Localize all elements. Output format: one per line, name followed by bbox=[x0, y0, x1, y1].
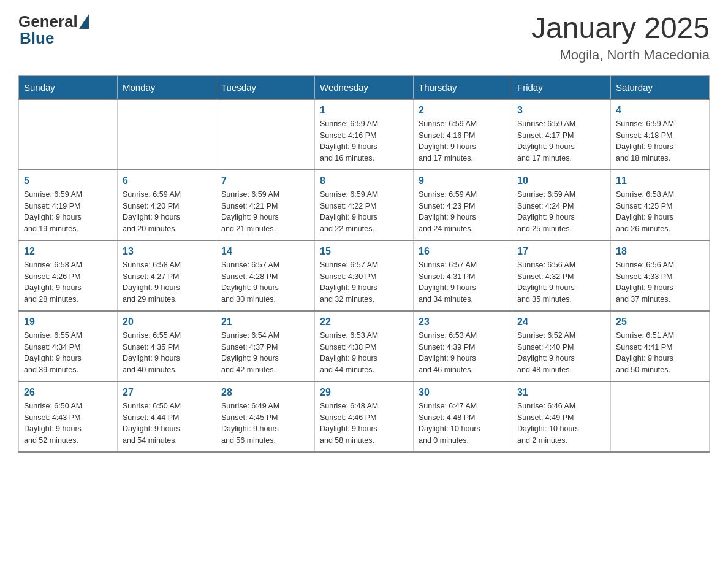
calendar-cell: 13Sunrise: 6:58 AMSunset: 4:27 PMDayligh… bbox=[118, 240, 216, 311]
day-number: 27 bbox=[123, 387, 211, 398]
calendar-cell: 31Sunrise: 6:46 AMSunset: 4:49 PMDayligh… bbox=[512, 381, 611, 452]
day-number: 17 bbox=[517, 246, 605, 257]
calendar-cell: 4Sunrise: 6:59 AMSunset: 4:18 PMDaylight… bbox=[611, 99, 710, 170]
calendar-cell: 28Sunrise: 6:49 AMSunset: 4:45 PMDayligh… bbox=[216, 381, 315, 452]
day-info: Sunrise: 6:47 AMSunset: 4:48 PMDaylight:… bbox=[419, 400, 507, 446]
day-number: 12 bbox=[24, 246, 112, 257]
day-info: Sunrise: 6:57 AMSunset: 4:31 PMDaylight:… bbox=[419, 259, 507, 305]
day-info: Sunrise: 6:59 AMSunset: 4:24 PMDaylight:… bbox=[517, 189, 605, 235]
day-number: 13 bbox=[123, 246, 211, 257]
day-number: 14 bbox=[221, 246, 309, 257]
day-info: Sunrise: 6:58 AMSunset: 4:25 PMDaylight:… bbox=[616, 189, 704, 235]
day-number: 22 bbox=[320, 316, 408, 327]
calendar-week-row: 12Sunrise: 6:58 AMSunset: 4:26 PMDayligh… bbox=[19, 240, 710, 311]
logo-triangle-icon bbox=[79, 14, 89, 29]
calendar-header-saturday: Saturday bbox=[611, 75, 710, 99]
day-number: 3 bbox=[517, 105, 605, 116]
day-number: 20 bbox=[123, 316, 211, 327]
day-info: Sunrise: 6:53 AMSunset: 4:38 PMDaylight:… bbox=[320, 330, 408, 376]
calendar-cell: 7Sunrise: 6:59 AMSunset: 4:21 PMDaylight… bbox=[216, 170, 315, 240]
calendar-cell: 1Sunrise: 6:59 AMSunset: 4:16 PMDaylight… bbox=[315, 99, 414, 170]
day-number: 15 bbox=[320, 246, 408, 257]
calendar-cell: 5Sunrise: 6:59 AMSunset: 4:19 PMDaylight… bbox=[19, 170, 118, 240]
day-info: Sunrise: 6:58 AMSunset: 4:27 PMDaylight:… bbox=[123, 259, 211, 305]
calendar-cell bbox=[19, 99, 118, 170]
calendar-cell bbox=[216, 99, 315, 170]
day-info: Sunrise: 6:56 AMSunset: 4:33 PMDaylight:… bbox=[616, 259, 704, 305]
calendar-cell: 24Sunrise: 6:52 AMSunset: 4:40 PMDayligh… bbox=[512, 311, 611, 381]
day-info: Sunrise: 6:55 AMSunset: 4:35 PMDaylight:… bbox=[123, 330, 211, 376]
calendar-cell: 9Sunrise: 6:59 AMSunset: 4:23 PMDaylight… bbox=[414, 170, 512, 240]
day-info: Sunrise: 6:59 AMSunset: 4:23 PMDaylight:… bbox=[419, 189, 507, 235]
calendar-week-row: 19Sunrise: 6:55 AMSunset: 4:34 PMDayligh… bbox=[19, 311, 710, 381]
calendar-cell: 27Sunrise: 6:50 AMSunset: 4:44 PMDayligh… bbox=[118, 381, 216, 452]
page-header: General Blue January 2025 Mogila, North … bbox=[18, 12, 710, 63]
day-number: 31 bbox=[517, 387, 605, 398]
day-number: 25 bbox=[616, 316, 704, 327]
logo-blue-text: Blue bbox=[20, 29, 54, 48]
day-info: Sunrise: 6:59 AMSunset: 4:22 PMDaylight:… bbox=[320, 189, 408, 235]
day-info: Sunrise: 6:59 AMSunset: 4:18 PMDaylight:… bbox=[616, 118, 704, 164]
calendar-cell: 3Sunrise: 6:59 AMSunset: 4:17 PMDaylight… bbox=[512, 99, 611, 170]
calendar-table: SundayMondayTuesdayWednesdayThursdayFrid… bbox=[18, 75, 710, 453]
day-info: Sunrise: 6:59 AMSunset: 4:20 PMDaylight:… bbox=[123, 189, 211, 235]
calendar-header-row: SundayMondayTuesdayWednesdayThursdayFrid… bbox=[19, 75, 710, 99]
calendar-week-row: 5Sunrise: 6:59 AMSunset: 4:19 PMDaylight… bbox=[19, 170, 710, 240]
day-number: 19 bbox=[24, 316, 112, 327]
calendar-cell: 26Sunrise: 6:50 AMSunset: 4:43 PMDayligh… bbox=[19, 381, 118, 452]
day-number: 30 bbox=[419, 387, 507, 398]
day-info: Sunrise: 6:59 AMSunset: 4:16 PMDaylight:… bbox=[419, 118, 507, 164]
calendar-header-friday: Friday bbox=[512, 75, 611, 99]
day-number: 7 bbox=[221, 175, 309, 186]
day-number: 6 bbox=[123, 175, 211, 186]
logo: General Blue bbox=[18, 12, 89, 48]
calendar-cell: 20Sunrise: 6:55 AMSunset: 4:35 PMDayligh… bbox=[118, 311, 216, 381]
page-title: January 2025 bbox=[531, 12, 710, 45]
calendar-cell: 21Sunrise: 6:54 AMSunset: 4:37 PMDayligh… bbox=[216, 311, 315, 381]
calendar-cell: 12Sunrise: 6:58 AMSunset: 4:26 PMDayligh… bbox=[19, 240, 118, 311]
calendar-cell: 16Sunrise: 6:57 AMSunset: 4:31 PMDayligh… bbox=[414, 240, 512, 311]
day-info: Sunrise: 6:59 AMSunset: 4:21 PMDaylight:… bbox=[221, 189, 309, 235]
calendar-cell: 14Sunrise: 6:57 AMSunset: 4:28 PMDayligh… bbox=[216, 240, 315, 311]
day-number: 23 bbox=[419, 316, 507, 327]
day-number: 28 bbox=[221, 387, 309, 398]
calendar-cell: 30Sunrise: 6:47 AMSunset: 4:48 PMDayligh… bbox=[414, 381, 512, 452]
calendar-cell: 19Sunrise: 6:55 AMSunset: 4:34 PMDayligh… bbox=[19, 311, 118, 381]
day-number: 18 bbox=[616, 246, 704, 257]
day-info: Sunrise: 6:50 AMSunset: 4:43 PMDaylight:… bbox=[24, 400, 112, 446]
day-number: 4 bbox=[616, 105, 704, 116]
calendar-cell: 18Sunrise: 6:56 AMSunset: 4:33 PMDayligh… bbox=[611, 240, 710, 311]
day-number: 8 bbox=[320, 175, 408, 186]
calendar-week-row: 26Sunrise: 6:50 AMSunset: 4:43 PMDayligh… bbox=[19, 381, 710, 452]
day-info: Sunrise: 6:52 AMSunset: 4:40 PMDaylight:… bbox=[517, 330, 605, 376]
day-info: Sunrise: 6:48 AMSunset: 4:46 PMDaylight:… bbox=[320, 400, 408, 446]
calendar-cell: 11Sunrise: 6:58 AMSunset: 4:25 PMDayligh… bbox=[611, 170, 710, 240]
day-info: Sunrise: 6:55 AMSunset: 4:34 PMDaylight:… bbox=[24, 330, 112, 376]
day-info: Sunrise: 6:57 AMSunset: 4:28 PMDaylight:… bbox=[221, 259, 309, 305]
day-info: Sunrise: 6:59 AMSunset: 4:17 PMDaylight:… bbox=[517, 118, 605, 164]
day-info: Sunrise: 6:51 AMSunset: 4:41 PMDaylight:… bbox=[616, 330, 704, 376]
day-number: 11 bbox=[616, 175, 704, 186]
calendar-cell: 6Sunrise: 6:59 AMSunset: 4:20 PMDaylight… bbox=[118, 170, 216, 240]
day-info: Sunrise: 6:58 AMSunset: 4:26 PMDaylight:… bbox=[24, 259, 112, 305]
day-number: 24 bbox=[517, 316, 605, 327]
day-number: 29 bbox=[320, 387, 408, 398]
calendar-header-tuesday: Tuesday bbox=[216, 75, 315, 99]
day-number: 10 bbox=[517, 175, 605, 186]
calendar-cell bbox=[118, 99, 216, 170]
day-info: Sunrise: 6:49 AMSunset: 4:45 PMDaylight:… bbox=[221, 400, 309, 446]
day-number: 26 bbox=[24, 387, 112, 398]
calendar-cell: 8Sunrise: 6:59 AMSunset: 4:22 PMDaylight… bbox=[315, 170, 414, 240]
calendar-cell: 29Sunrise: 6:48 AMSunset: 4:46 PMDayligh… bbox=[315, 381, 414, 452]
calendar-cell: 2Sunrise: 6:59 AMSunset: 4:16 PMDaylight… bbox=[414, 99, 512, 170]
calendar-header-wednesday: Wednesday bbox=[315, 75, 414, 99]
day-number: 21 bbox=[221, 316, 309, 327]
calendar-header-thursday: Thursday bbox=[414, 75, 512, 99]
calendar-cell: 25Sunrise: 6:51 AMSunset: 4:41 PMDayligh… bbox=[611, 311, 710, 381]
day-info: Sunrise: 6:56 AMSunset: 4:32 PMDaylight:… bbox=[517, 259, 605, 305]
calendar-cell bbox=[611, 381, 710, 452]
day-info: Sunrise: 6:46 AMSunset: 4:49 PMDaylight:… bbox=[517, 400, 605, 446]
day-info: Sunrise: 6:59 AMSunset: 4:16 PMDaylight:… bbox=[320, 118, 408, 164]
calendar-header-sunday: Sunday bbox=[19, 75, 118, 99]
day-number: 1 bbox=[320, 105, 408, 116]
